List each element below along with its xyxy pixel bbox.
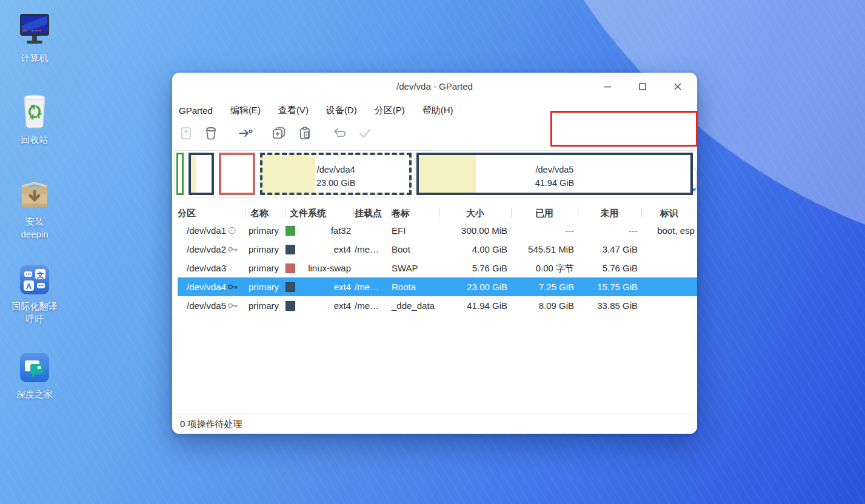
deepin-home-icon (19, 352, 50, 383)
partition-table: /dev/vda1 primary fat32 EFI 300.00 MiB -… (178, 221, 697, 315)
partition-unused: 33.85 GiB (578, 296, 641, 315)
partition-flags (641, 259, 697, 277)
column-header-partition[interactable]: 分区 (178, 205, 245, 221)
resize-move-icon (238, 127, 253, 140)
partition-used: --- (511, 221, 578, 240)
column-header-unused[interactable]: 未用 (578, 205, 641, 221)
gparted-window: /dev/vda - GParted GParted 编辑(E) 查看(V) 设… (172, 73, 697, 434)
partition-segment-vda5[interactable]: /dev/vda5 41.94 GiB (416, 153, 693, 195)
key-icon (228, 302, 238, 309)
partition-row-vda5[interactable]: /dev/vda5 primary ext4 /me… _dde_data 41… (178, 296, 697, 315)
menu-edit[interactable]: 编辑(E) (229, 104, 262, 118)
volume-label: EFI (391, 221, 439, 240)
svg-text:文: 文 (36, 271, 44, 279)
menubar: GParted 编辑(E) 查看(V) 设备(D) 分区(P) 帮助(H) (178, 102, 455, 119)
copy-icon (272, 126, 286, 141)
pending-operations-text: 0 项操作待处理 (180, 419, 242, 429)
filesystem-color-swatch (286, 245, 295, 254)
installer-icon (18, 179, 51, 211)
menu-view[interactable]: 查看(V) (277, 104, 310, 118)
partition-segment-vda4-selected[interactable]: /dev/vda4 23.00 GiB (260, 153, 411, 195)
computer-icon (18, 12, 52, 47)
toolbar: /dev/vda (75.00 GiB) (172, 120, 697, 147)
volume-label: Roota (391, 277, 439, 296)
filesystem-type: ext4 (297, 277, 351, 296)
partition-size: 41.94 GiB (439, 296, 511, 315)
column-header-filesystem[interactable]: 文件系统 (286, 205, 353, 221)
partition-used: 7.25 GiB (511, 277, 578, 296)
mount-point: /me… (353, 277, 391, 296)
desktop-icon-label: 回收站 (1, 133, 68, 146)
filesystem-color-swatch (286, 282, 295, 292)
close-icon (673, 82, 683, 91)
menu-device[interactable]: 设备(D) (325, 104, 358, 118)
partition-used: 0.00 字节 (511, 259, 578, 277)
partition-name: primary (245, 277, 286, 296)
apply-button[interactable] (356, 125, 373, 142)
paste-button[interactable] (296, 125, 313, 142)
desktop-icon-label: 安装 deepin (1, 215, 68, 240)
partition-segment-label: /dev/vda5 41.94 GiB (419, 163, 690, 190)
partition-size: 5.76 GiB (439, 259, 511, 277)
partition-segment-vda3[interactable] (219, 153, 256, 195)
volume-label: _dde_data (391, 296, 439, 315)
new-partition-button[interactable] (178, 125, 195, 142)
filesystem-type: ext4 (297, 240, 351, 259)
filesystem-type: fat32 (297, 221, 351, 240)
desktop-icon-label: 国际化翻译 呼吁 (1, 300, 68, 325)
paste-icon (298, 126, 312, 141)
partition-size: 23.00 GiB (439, 277, 511, 296)
partition-name: primary (245, 296, 286, 315)
desktop-icon-deepin-home[interactable]: 深度之家 (1, 352, 68, 400)
column-header-label[interactable]: 卷标 (391, 205, 439, 221)
partition-used: 8.09 GiB (511, 296, 578, 315)
undo-icon (332, 127, 347, 140)
filesystem-color-swatch (286, 264, 295, 273)
maximize-icon (638, 82, 647, 91)
desktop-icon-i18n-translate[interactable]: 文 A 国际化翻译 呼吁 (1, 264, 68, 325)
menu-gparted[interactable]: GParted (178, 104, 214, 117)
partition-row-vda4-selected[interactable]: /dev/vda4 primary ext4 /me… Roota 23.00 … (178, 277, 697, 296)
partition-row-vda3[interactable]: /dev/vda3 primary linux-swap SWAP 5.76 G… (178, 259, 697, 277)
desktop-icon-install-deepin[interactable]: 安装 deepin (1, 179, 68, 240)
column-header-flags[interactable]: 标识 (641, 205, 697, 221)
partition-flags (641, 296, 697, 315)
info-icon (228, 227, 236, 234)
column-header-size[interactable]: 大小 (439, 205, 511, 221)
partition-size: 300.00 MiB (439, 221, 511, 240)
desktop-icon-recycle-bin[interactable]: 回收站 (1, 94, 68, 146)
copy-button[interactable] (270, 125, 287, 142)
close-button[interactable] (667, 76, 689, 98)
partition-unused: --- (578, 221, 641, 240)
column-header-name[interactable]: 名称 (245, 205, 286, 221)
partition-unused: 5.76 GiB (578, 259, 641, 277)
mount-point: /me… (353, 296, 391, 315)
partition-device: /dev/vda3 (187, 259, 226, 277)
menu-help[interactable]: 帮助(H) (421, 104, 455, 118)
translate-icon: 文 A (19, 264, 50, 296)
partition-segment-vda1[interactable] (176, 153, 184, 195)
column-header-mountpoint[interactable]: 挂载点 (353, 205, 391, 221)
volume-label: SWAP (391, 259, 439, 277)
titlebar[interactable]: /dev/vda - GParted (172, 73, 697, 101)
statusbar: 0 项操作待处理 (172, 414, 697, 434)
undo-button[interactable] (331, 125, 348, 142)
menu-partition[interactable]: 分区(P) (373, 104, 406, 118)
partition-segment-vda2[interactable] (189, 153, 214, 195)
minimize-button[interactable] (596, 76, 618, 98)
desktop-icon-computer[interactable]: 计算机 (1, 12, 68, 64)
delete-partition-button[interactable] (202, 125, 219, 142)
partition-size: 4.00 GiB (439, 240, 511, 259)
trash-icon (18, 94, 51, 129)
partition-row-vda1[interactable]: /dev/vda1 primary fat32 EFI 300.00 MiB -… (178, 221, 697, 240)
mount-point (353, 221, 391, 240)
filesystem-type: ext4 (297, 296, 351, 315)
filesystem-color-swatch (286, 301, 295, 311)
resize-move-button[interactable] (237, 125, 254, 142)
partition-row-vda2[interactable]: /dev/vda2 primary ext4 /me… Boot 4.00 Gi… (178, 240, 697, 259)
partition-device: /dev/vda5 (187, 296, 226, 315)
maximize-button[interactable] (632, 76, 653, 98)
column-header-used[interactable]: 已用 (511, 205, 578, 221)
partition-device: /dev/vda1 (187, 221, 226, 240)
new-partition-icon (179, 127, 193, 140)
